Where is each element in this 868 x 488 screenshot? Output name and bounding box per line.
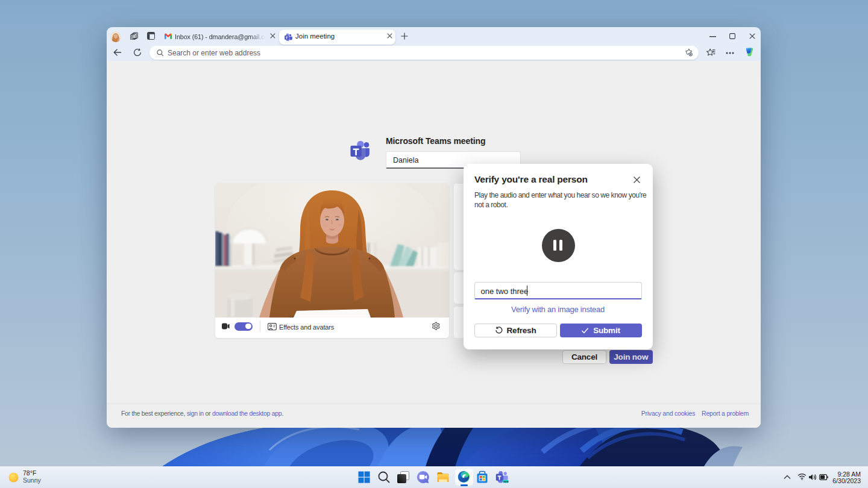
svg-text:NEW: NEW [503,481,509,483]
